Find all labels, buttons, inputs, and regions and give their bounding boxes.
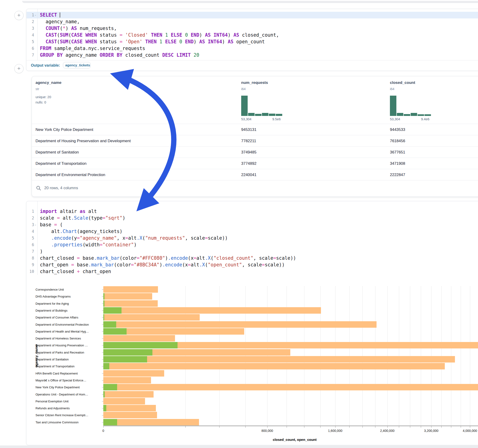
code-line[interactable]: chart_closed + chart_open (40, 268, 478, 275)
y-axis-label: Department of Housing Preservation … (36, 342, 101, 349)
code-line[interactable]: FROM sample_data.nyc.service_requests (40, 45, 478, 52)
x-axis-tick (461, 426, 461, 428)
notebook-canvas: + + 1⌄234567 SELECT agency_name, COUNT(*… (0, 0, 478, 448)
bar-row (103, 314, 478, 321)
gridline (320, 286, 321, 426)
code-line[interactable]: SELECT (40, 12, 478, 19)
x-axis-tick (219, 426, 220, 428)
y-axis-label: Department of Homeless Services (36, 335, 101, 342)
code-line[interactable]: ) (40, 248, 478, 255)
code-line[interactable]: .properties(width="container") (40, 242, 478, 248)
y-axis-tick (102, 304, 103, 304)
x-axis-tick-label: 0 (102, 429, 104, 433)
open-count-bar (103, 328, 126, 335)
closed-count-bar (103, 363, 445, 369)
y-axis-label: Department of Parks and Recreation (36, 349, 101, 356)
y-axis-label: Senior Citizen Rent Increase Exempti… (36, 412, 101, 419)
table-row: Department of Housing Preservation and D… (32, 135, 478, 147)
x-axis-tick (421, 426, 421, 428)
output-variable-label: Output variable: (31, 63, 60, 68)
add-cell-button-middle[interactable]: + (14, 64, 24, 73)
code-line[interactable]: CAST(SUM(CASE WHEN status = 'Open' THEN … (40, 38, 478, 45)
line-number: 2 (26, 19, 37, 25)
table-cell: 3677651 (390, 147, 405, 158)
code-line[interactable]: alt.Chart(agency_tickets) (40, 228, 478, 235)
y-axis-tick (102, 296, 103, 297)
bar-row (103, 370, 478, 377)
fold-chevron-icon[interactable]: ⌄ (34, 12, 37, 19)
search-icon[interactable] (36, 185, 41, 191)
table-cell: 9453131 (241, 124, 256, 135)
bar-row (103, 363, 478, 369)
bar-row (103, 412, 478, 418)
gridline (363, 286, 363, 426)
open-count-bar (103, 314, 104, 321)
open-count-bar (103, 342, 177, 348)
y-axis-tick (102, 387, 103, 387)
x-axis-tick (431, 426, 431, 428)
closed-count-bar (103, 398, 145, 404)
line-number: 9 (26, 261, 37, 268)
column-header-num_requests[interactable]: num_requests (241, 81, 268, 85)
y-axis-tick (102, 366, 103, 367)
code-line[interactable]: agency_name, (40, 19, 478, 25)
code-line[interactable]: .encode(y="agency_name", x=alt.X("num_re… (40, 235, 478, 242)
x-axis-tick (320, 426, 321, 428)
histogram-bar (425, 114, 431, 116)
sql-line-number-gutter: 1⌄234567 (26, 9, 38, 60)
y-axis-tick (102, 324, 103, 325)
bar-row (103, 356, 478, 362)
x-axis-tick (451, 426, 451, 428)
y-axis-label: Department of Health and Mental Hyg… (36, 328, 101, 335)
column-header-agency_name[interactable]: agency_name (36, 81, 61, 85)
code-line[interactable]: scale = alt.Scale(type="sqrt") (40, 215, 478, 221)
y-axis-tick (102, 359, 103, 360)
code-line[interactable]: COUNT(*) AS num_requests, (40, 25, 478, 32)
code-line[interactable]: chart_open = base.mark_bar(color="#8BC34… (40, 261, 478, 268)
column-histogram (241, 96, 283, 116)
closed-count-bar (103, 356, 455, 362)
closed-count-bar (103, 384, 478, 390)
y-axis-tick (102, 338, 103, 339)
code-line[interactable]: CAST(SUM(CASE WHEN status = 'Closed' THE… (40, 32, 478, 38)
x-axis-tick (335, 426, 335, 428)
x-axis-title: closed_count, open_count (103, 438, 478, 442)
bar-row (103, 384, 478, 390)
table-cell: 3749485 (241, 147, 256, 158)
gridline (470, 286, 470, 426)
line-number: 5 (26, 235, 37, 242)
y-axis-label: Department of Sanitation (36, 356, 101, 363)
table-cell: 7782211 (241, 135, 256, 147)
line-number: 6 (26, 45, 37, 52)
x-axis-line (103, 426, 478, 426)
output-variable-pill[interactable]: agency_tickets (63, 62, 91, 68)
code-line[interactable]: chart_closed = base.mark_bar(color="#FFC… (40, 255, 478, 261)
code-line[interactable]: base = ( (40, 221, 478, 228)
table-row: Department of Sanitation37494853677651 (32, 146, 478, 158)
y-axis-title: agency_name (34, 344, 38, 367)
x-axis-tick (267, 426, 267, 428)
open-count-bar (103, 293, 104, 300)
code-line[interactable]: import altair as alt (40, 208, 478, 215)
python-line-number-gutter: 123⌄45678910 (26, 201, 38, 275)
gridline (375, 286, 375, 426)
bar-row (103, 335, 478, 342)
code-line[interactable]: GROUP BY agency_name ORDER BY closed_cou… (40, 52, 478, 59)
python-code-cell[interactable]: 123⌄45678910 import altair as altscale =… (26, 201, 478, 445)
bar-row (103, 405, 478, 411)
sql-code-cell[interactable]: 1⌄234567 SELECT agency_name, COUNT(*) AS… (26, 9, 478, 71)
y-axis-tick (102, 345, 103, 346)
closed-count-bar (103, 370, 164, 377)
closed-count-bar (103, 412, 157, 418)
y-axis-label: Correspondence Unit (36, 286, 101, 293)
bar-row (103, 321, 478, 328)
bar-row (103, 419, 478, 425)
line-number: 10 (26, 268, 37, 275)
previous-cell-edge (22, 1, 478, 3)
line-number: 3 (26, 25, 37, 32)
column-header-closed_count[interactable]: closed_count (390, 81, 415, 85)
table-row: Department of Transportation377489234719… (32, 158, 478, 169)
fold-chevron-icon[interactable]: ⌄ (34, 221, 37, 228)
add-cell-button-top[interactable]: + (14, 11, 24, 20)
open-count-bar (103, 300, 104, 307)
